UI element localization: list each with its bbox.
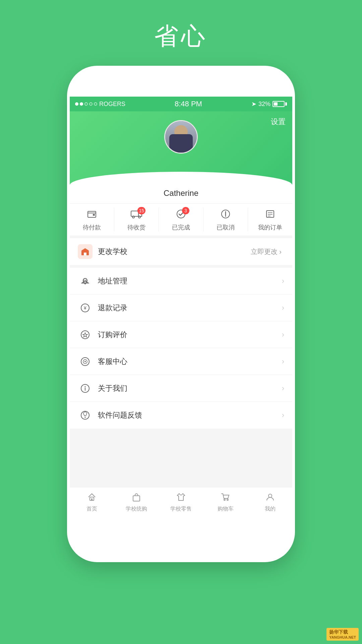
location-icon bbox=[78, 274, 93, 288]
avatar-wrap bbox=[76, 117, 286, 154]
svg-point-23 bbox=[85, 386, 86, 387]
tab-cancelled[interactable]: 已取消 bbox=[203, 204, 248, 235]
power-button[interactable] bbox=[294, 168, 295, 205]
arrow-icon-customer-service: › bbox=[282, 357, 284, 366]
home-button[interactable] bbox=[166, 521, 196, 551]
nav-item-school-bulk[interactable]: 学校统购 bbox=[114, 487, 159, 517]
nav-label-home: 首页 bbox=[86, 505, 97, 513]
tab-label-cancelled: 已取消 bbox=[217, 223, 235, 231]
menu-item-change-school[interactable]: 更改学校 立即更改 › bbox=[70, 238, 292, 265]
tab-badge-completed: 3 bbox=[182, 207, 189, 214]
yen-icon: ¥ bbox=[78, 301, 93, 315]
volume-down-button[interactable] bbox=[67, 195, 68, 221]
svg-rect-27 bbox=[91, 498, 93, 500]
nav-item-mine[interactable]: 我的 bbox=[248, 487, 292, 517]
person-icon bbox=[265, 492, 275, 504]
location-arrow-icon: ➤ bbox=[251, 100, 256, 108]
nav-label-school-bulk: 学校统购 bbox=[126, 505, 147, 513]
svg-point-3 bbox=[132, 216, 134, 218]
wallet-icon bbox=[87, 209, 97, 221]
app-title: 省心 bbox=[154, 20, 208, 52]
arrow-icon-review: › bbox=[282, 330, 284, 339]
tab-pending-delivery[interactable]: 15 待收货 bbox=[114, 204, 159, 235]
volume-up-button[interactable] bbox=[67, 161, 68, 188]
bag-icon bbox=[132, 492, 141, 504]
profile-header: 设置 bbox=[70, 111, 292, 185]
bottom-nav: 首页 学校统购 学校零售 bbox=[70, 487, 292, 517]
menu-item-review[interactable]: 订购评价 › bbox=[70, 321, 292, 348]
check-circle-icon: 3 bbox=[176, 209, 186, 221]
info-icon bbox=[78, 381, 93, 396]
nav-item-home[interactable]: 首页 bbox=[70, 487, 114, 517]
status-left: ROGERS bbox=[75, 101, 125, 108]
svg-point-20 bbox=[84, 361, 86, 362]
avatar[interactable] bbox=[164, 120, 198, 154]
menu-text-address: 地址管理 bbox=[98, 276, 282, 286]
settings-button[interactable]: 设置 bbox=[271, 117, 286, 127]
nav-label-cart: 购物车 bbox=[218, 505, 234, 513]
svg-point-17 bbox=[81, 331, 89, 339]
front-camera bbox=[150, 78, 158, 86]
signal-indicator bbox=[75, 102, 97, 106]
avatar-person bbox=[165, 121, 197, 153]
svg-point-4 bbox=[138, 216, 140, 218]
tab-badge-delivery: 15 bbox=[137, 207, 145, 214]
battery-icon bbox=[273, 101, 287, 107]
nav-item-cart[interactable]: 购物车 bbox=[203, 487, 248, 517]
home-icon bbox=[87, 492, 97, 504]
svg-point-25 bbox=[85, 417, 86, 418]
phone-screen: ROGERS 8:48 PM ➤ 32% 设置 bbox=[70, 97, 292, 517]
speaker bbox=[165, 78, 212, 86]
tab-label-completed: 已完成 bbox=[172, 223, 190, 231]
svg-point-14 bbox=[84, 280, 86, 281]
arrow-icon-address: › bbox=[282, 277, 284, 285]
arrow-icon-refund: › bbox=[282, 304, 284, 312]
svg-point-24 bbox=[81, 411, 89, 419]
avatar-body bbox=[169, 134, 193, 153]
truck-icon: 15 bbox=[131, 209, 142, 221]
battery-tip bbox=[285, 102, 287, 106]
tab-all-orders[interactable]: 我的订单 bbox=[248, 204, 292, 235]
svg-point-30 bbox=[227, 499, 228, 500]
cart-icon bbox=[221, 492, 230, 504]
menu-item-address[interactable]: 地址管理 › bbox=[70, 268, 292, 294]
svg-rect-7 bbox=[266, 211, 274, 217]
svg-text:¥: ¥ bbox=[83, 305, 86, 311]
battery-percent: 32% bbox=[258, 101, 270, 108]
tab-label-all-orders: 我的订单 bbox=[258, 223, 282, 231]
username-area: Catherine bbox=[70, 185, 292, 204]
tab-pending-payment[interactable]: 待付款 bbox=[70, 204, 114, 235]
menu-item-customer-service[interactable]: 客服中心 › bbox=[70, 348, 292, 375]
status-time: 8:48 PM bbox=[175, 100, 202, 108]
nav-label-school-retail: 学校零售 bbox=[170, 505, 192, 513]
status-right: ➤ 32% bbox=[251, 100, 287, 108]
avatar-image bbox=[165, 121, 197, 153]
tab-label-pending-payment: 待付款 bbox=[83, 223, 101, 231]
feedback-icon bbox=[78, 408, 93, 423]
signal-dot-3 bbox=[84, 102, 88, 106]
battery-body bbox=[273, 101, 285, 107]
nav-label-mine: 我的 bbox=[265, 505, 276, 513]
menu-section-2: 地址管理 › ¥ 退款记录 › bbox=[70, 268, 292, 429]
tab-completed[interactable]: 3 已完成 bbox=[159, 204, 203, 235]
nav-item-school-retail[interactable]: 学校零售 bbox=[159, 487, 203, 517]
watermark-line2: YANGHUA.NET bbox=[329, 635, 356, 639]
menu-text-change-school: 更改学校 bbox=[98, 247, 251, 257]
arrow-icon-about: › bbox=[282, 384, 284, 393]
cancel-icon bbox=[221, 209, 231, 221]
menu-item-feedback[interactable]: 软件问题反馈 › bbox=[70, 402, 292, 429]
menu-text-about: 关于我们 bbox=[98, 383, 282, 393]
header-arch bbox=[70, 172, 292, 185]
list-icon bbox=[265, 209, 275, 221]
menu-item-refund[interactable]: ¥ 退款记录 › bbox=[70, 294, 292, 321]
signal-dot-5 bbox=[94, 102, 97, 106]
shirt-icon bbox=[176, 492, 186, 504]
username-label: Catherine bbox=[164, 189, 198, 198]
menu-item-about[interactable]: 关于我们 › bbox=[70, 375, 292, 402]
phone-frame: ROGERS 8:48 PM ➤ 32% 设置 bbox=[67, 66, 295, 562]
volume-mute-button[interactable] bbox=[67, 134, 68, 151]
tab-label-pending-delivery: 待收货 bbox=[127, 223, 145, 231]
menu-text-refund: 退款记录 bbox=[98, 303, 282, 313]
signal-dot-2 bbox=[80, 102, 83, 106]
watermark: 扬华下载 YANGHUA.NET bbox=[326, 628, 359, 641]
